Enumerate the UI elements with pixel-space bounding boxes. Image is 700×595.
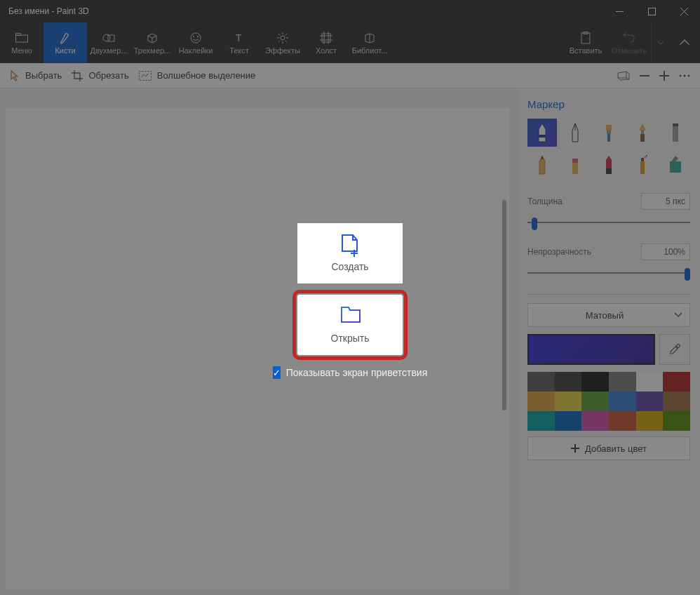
more-button[interactable] [679, 74, 690, 77]
magic-icon [139, 71, 152, 81]
brush-crayon[interactable] [594, 151, 624, 179]
svg-line-16 [285, 41, 287, 42]
svg-rect-43 [572, 163, 578, 174]
zoom-in-button[interactable] [659, 71, 669, 81]
opacity-slider[interactable] [527, 266, 690, 280]
palette-color[interactable] [609, 411, 636, 431]
palette-color[interactable] [581, 411, 609, 431]
stickers-tab[interactable]: Наклейки [174, 22, 217, 63]
sidebar-title: Маркер [527, 98, 690, 110]
paste-button[interactable]: Вставить [564, 22, 607, 63]
palette-color[interactable] [636, 392, 664, 411]
brush-marker[interactable] [527, 119, 557, 147]
svg-rect-30 [659, 75, 669, 76]
brush-pixel[interactable] [661, 119, 690, 147]
checkbox-icon: ✓ [273, 366, 281, 379]
brush-fill[interactable] [661, 151, 690, 179]
crop-tool[interactable]: Обрезать [72, 70, 128, 81]
svg-point-33 [688, 74, 690, 76]
svg-point-47 [645, 156, 646, 158]
palette-color[interactable] [581, 372, 609, 392]
add-color-button[interactable]: Добавить цвет [527, 436, 690, 460]
palette-color[interactable] [609, 392, 636, 411]
svg-rect-19 [322, 34, 330, 42]
palette-color[interactable] [527, 411, 555, 431]
svg-rect-35 [606, 125, 612, 131]
svg-rect-1 [648, 8, 655, 15]
opacity-label: Непрозрачность [527, 247, 591, 257]
svg-point-8 [197, 36, 198, 37]
brush-eraser[interactable] [561, 151, 591, 179]
2d-shapes-tab[interactable]: Двухмер... [87, 22, 130, 63]
palette-color[interactable] [527, 372, 555, 392]
folder-icon [15, 31, 29, 45]
svg-rect-39 [640, 134, 645, 142]
canvas-area[interactable] [0, 88, 518, 595]
palette-color[interactable] [555, 392, 582, 411]
paste-icon [579, 31, 593, 45]
undo-button[interactable]: Отменить [607, 22, 651, 63]
brush-pencil[interactable] [527, 151, 557, 179]
opacity-value[interactable]: 100% [641, 243, 690, 260]
svg-rect-42 [572, 159, 578, 163]
brush-spray[interactable] [628, 151, 657, 179]
brush-oil[interactable] [594, 119, 624, 147]
palette-color[interactable] [609, 372, 636, 392]
thickness-label: Толщина [527, 196, 563, 206]
magic-select-tool[interactable]: Волшебное выделение [139, 70, 256, 81]
palette-color[interactable] [636, 411, 664, 431]
brushes-tab[interactable]: Кисти [43, 22, 87, 63]
palette-color[interactable] [555, 411, 582, 431]
brush-icon [58, 31, 72, 45]
text-icon: T [232, 31, 246, 45]
palette-color[interactable] [555, 372, 582, 392]
library-tab[interactable]: Библиот... [348, 22, 391, 63]
collapse-button[interactable] [669, 22, 700, 63]
canvas-tab[interactable]: Холст [304, 22, 348, 63]
effects-tab[interactable]: Эффекты [261, 22, 304, 63]
palette-color[interactable] [581, 392, 609, 411]
create-new-button[interactable]: Создать [297, 223, 403, 283]
svg-line-15 [278, 34, 280, 35]
minimize-button[interactable] [603, 0, 635, 22]
sticker-icon [189, 31, 203, 45]
palette-color[interactable] [663, 392, 690, 411]
history-dropdown[interactable] [651, 22, 669, 63]
eyedropper-button[interactable] [659, 334, 690, 365]
material-select[interactable]: Матовый [527, 303, 690, 327]
palette-color[interactable] [663, 372, 690, 392]
svg-point-10 [281, 36, 285, 40]
svg-rect-38 [641, 131, 644, 134]
maximize-button[interactable] [635, 0, 668, 22]
svg-rect-46 [641, 158, 644, 161]
canvas[interactable] [6, 108, 509, 589]
3d-shapes-tab[interactable]: Трехмер... [130, 22, 174, 63]
zoom-out-button[interactable] [640, 75, 649, 76]
brush-watercolor[interactable] [628, 119, 657, 147]
select-tool[interactable]: Выбрать [10, 70, 62, 81]
crop-icon [72, 70, 83, 81]
svg-rect-28 [640, 75, 649, 76]
thickness-value[interactable]: 5 пкс [641, 193, 690, 210]
palette-color[interactable] [527, 392, 555, 411]
svg-rect-53 [351, 253, 358, 254]
text-tab[interactable]: T Текст [217, 22, 261, 63]
brush-calligraphy[interactable] [561, 119, 591, 147]
svg-rect-40 [673, 126, 678, 142]
window-title: Без имени - Paint 3D [8, 6, 89, 16]
canvas-icon [319, 31, 333, 45]
palette-color[interactable] [663, 411, 690, 431]
show-splash-checkbox[interactable]: ✓ Показывать экран приветствия [287, 366, 413, 379]
open-folder-icon [340, 306, 360, 326]
view3d-button[interactable] [617, 71, 630, 81]
palette-color[interactable] [636, 372, 664, 392]
close-button[interactable] [668, 0, 700, 22]
svg-point-31 [680, 74, 682, 76]
thickness-slider[interactable] [527, 215, 690, 229]
welcome-scrollbar[interactable] [502, 200, 506, 410]
svg-rect-37 [607, 134, 610, 142]
open-file-button[interactable]: Открыть [297, 295, 403, 355]
undo-icon [622, 31, 636, 45]
menu-tab[interactable]: Меню [0, 22, 43, 63]
current-color[interactable] [527, 334, 655, 365]
